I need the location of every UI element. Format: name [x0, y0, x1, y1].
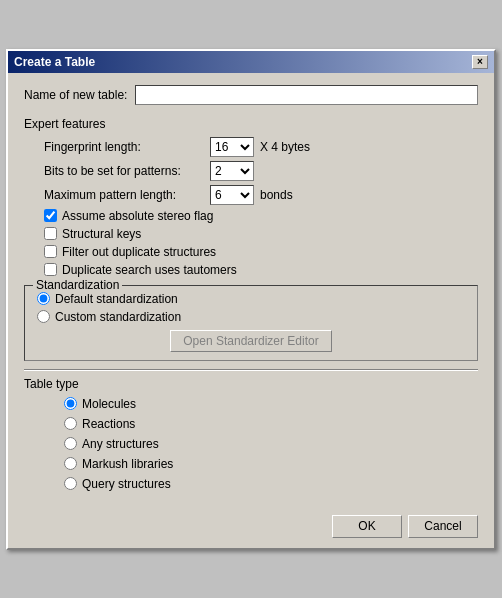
create-table-dialog: Create a Table × Name of new table: Expe… [6, 49, 496, 550]
open-standardizer-button[interactable]: Open Standardizer Editor [170, 330, 331, 352]
footer: OK Cancel [8, 507, 494, 548]
max-pattern-row: Maximum pattern length: 6 8 10 bonds [24, 185, 478, 205]
checkbox-filter-duplicate: Filter out duplicate structures [24, 245, 478, 259]
reactions-label: Reactions [82, 417, 135, 431]
reactions-row: Reactions [64, 417, 478, 431]
molecules-row: Molecules [64, 397, 478, 411]
name-input[interactable] [135, 85, 478, 105]
expert-features-section: Expert features Fingerprint length: 16 3… [24, 117, 478, 361]
markush-radio[interactable] [64, 457, 77, 470]
table-type-label: Table type [24, 377, 478, 391]
max-pattern-select[interactable]: 6 8 10 [210, 185, 254, 205]
checkbox-duplicate-tautomers: Duplicate search uses tautomers [24, 263, 478, 277]
bits-row: Bits to be set for patterns: 2 3 4 [24, 161, 478, 181]
table-type-section: Table type Molecules Reactions Any struc… [24, 377, 478, 491]
query-structures-row: Query structures [64, 477, 478, 491]
structural-keys-checkbox[interactable] [44, 227, 57, 240]
custom-std-radio[interactable] [37, 310, 50, 323]
default-std-label: Default standardization [55, 292, 178, 306]
structural-keys-label: Structural keys [62, 227, 141, 241]
duplicate-tautomers-label: Duplicate search uses tautomers [62, 263, 237, 277]
query-structures-radio[interactable] [64, 477, 77, 490]
dialog-title: Create a Table [14, 55, 95, 69]
markush-label: Markush libraries [82, 457, 173, 471]
custom-std-label: Custom standardization [55, 310, 181, 324]
assume-absolute-checkbox[interactable] [44, 209, 57, 222]
custom-std-row: Custom standardization [37, 310, 465, 324]
default-std-row: Default standardization [37, 292, 465, 306]
molecules-radio[interactable] [64, 397, 77, 410]
any-structures-row: Any structures [64, 437, 478, 451]
query-structures-label: Query structures [82, 477, 171, 491]
any-structures-radio[interactable] [64, 437, 77, 450]
expert-features-label: Expert features [24, 117, 478, 131]
fingerprint-suffix: X 4 bytes [260, 140, 310, 154]
any-structures-label: Any structures [82, 437, 159, 451]
table-type-options: Molecules Reactions Any structures Marku… [24, 397, 478, 491]
fingerprint-row: Fingerprint length: 16 32 64 X 4 bytes [24, 137, 478, 157]
name-row: Name of new table: [24, 85, 478, 105]
close-button[interactable]: × [472, 55, 488, 69]
filter-duplicate-checkbox[interactable] [44, 245, 57, 258]
molecules-label: Molecules [82, 397, 136, 411]
filter-duplicate-label: Filter out duplicate structures [62, 245, 216, 259]
name-label: Name of new table: [24, 88, 127, 102]
dialog-body: Name of new table: Expert features Finge… [8, 73, 494, 507]
bits-select[interactable]: 2 3 4 [210, 161, 254, 181]
section-divider [24, 369, 478, 371]
markush-row: Markush libraries [64, 457, 478, 471]
checkbox-structural-keys: Structural keys [24, 227, 478, 241]
fingerprint-select[interactable]: 16 32 64 [210, 137, 254, 157]
max-pattern-suffix: bonds [260, 188, 293, 202]
default-std-radio[interactable] [37, 292, 50, 305]
fingerprint-label: Fingerprint length: [44, 140, 204, 154]
max-pattern-label: Maximum pattern length: [44, 188, 204, 202]
standardization-group: Standardization Default standardization … [24, 285, 478, 361]
title-bar: Create a Table × [8, 51, 494, 73]
standardization-title: Standardization [33, 278, 122, 292]
ok-button[interactable]: OK [332, 515, 402, 538]
cancel-button[interactable]: Cancel [408, 515, 478, 538]
bits-label: Bits to be set for patterns: [44, 164, 204, 178]
duplicate-tautomers-checkbox[interactable] [44, 263, 57, 276]
checkbox-assume-absolute: Assume absolute stereo flag [24, 209, 478, 223]
reactions-radio[interactable] [64, 417, 77, 430]
assume-absolute-label: Assume absolute stereo flag [62, 209, 213, 223]
